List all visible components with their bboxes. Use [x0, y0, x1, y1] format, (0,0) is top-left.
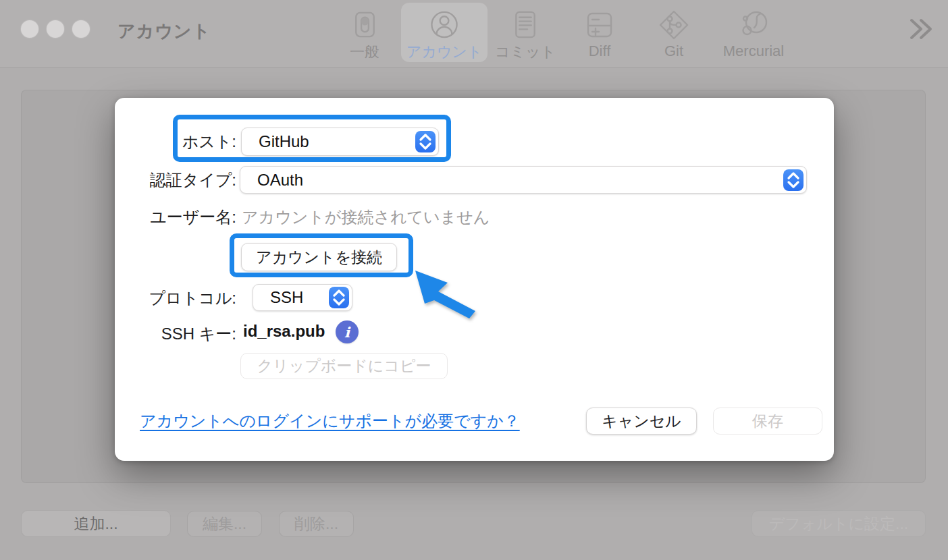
chevron-double-right-icon [907, 15, 934, 42]
ssh-key-value: id_rsa.pub [243, 322, 325, 341]
window-title: アカウント [117, 20, 211, 43]
tab-commit-label: コミット [495, 42, 556, 62]
host-dropdown-chevron-icon [415, 131, 436, 152]
general-icon [349, 9, 380, 40]
tab-accounts[interactable]: アカウント [401, 3, 488, 62]
auth-type-dropdown-value: OAuth [257, 171, 303, 190]
diff-icon [584, 9, 615, 40]
protocol-label: プロトコル: [115, 287, 236, 309]
host-dropdown[interactable]: GitHub [241, 128, 439, 156]
auth-type-label: 認証タイプ: [115, 169, 236, 191]
info-icon[interactable]: i [336, 320, 359, 343]
protocol-dropdown-chevron-icon [329, 287, 349, 308]
delete-account-button[interactable]: 削除... [279, 511, 354, 537]
copy-to-clipboard-button[interactable]: クリップボードにコピー [240, 353, 448, 379]
host-label: ホスト: [115, 131, 236, 152]
tab-general[interactable]: 一般 [334, 3, 395, 62]
tab-accounts-label: アカウント [406, 42, 483, 62]
commit-icon [510, 9, 541, 40]
close-window-button[interactable] [20, 20, 39, 38]
tab-diff-label: Diff [589, 43, 611, 60]
tab-git[interactable]: Git [643, 3, 704, 62]
login-help-link[interactable]: アカウントへのログインにサポートが必要ですか？ [140, 410, 520, 432]
auth-type-dropdown[interactable]: OAuth [240, 166, 807, 194]
username-label: ユーザー名: [115, 206, 236, 228]
git-icon [658, 9, 689, 40]
tab-mercurial-label: Mercurial [723, 43, 784, 60]
connect-account-button[interactable]: アカウントを接続 [241, 243, 397, 271]
edit-account-button[interactable]: 編集... [187, 511, 262, 537]
add-account-button[interactable]: 追加... [21, 510, 171, 537]
account-dialog: ホスト: GitHub 認証タイプ: OAuth ユーザー名: アカウントが接続… [115, 98, 834, 461]
accounts-icon [429, 9, 460, 40]
host-dropdown-value: GitHub [259, 132, 309, 151]
titlebar: アカウント 一般 アカウント [0, 0, 948, 68]
auth-type-dropdown-chevron-icon [783, 169, 804, 191]
set-default-button[interactable]: デフォルトに設定... [752, 510, 926, 537]
minimize-window-button[interactable] [46, 20, 65, 38]
protocol-dropdown[interactable]: SSH [253, 284, 352, 311]
mercurial-icon [738, 9, 769, 40]
protocol-dropdown-value: SSH [270, 288, 303, 307]
tab-git-label: Git [664, 43, 683, 60]
tab-general-label: 一般 [350, 42, 379, 62]
zoom-window-button[interactable] [72, 20, 90, 38]
tab-commit[interactable]: コミット [488, 3, 562, 62]
ssh-key-label: SSH キー: [115, 323, 236, 345]
tab-mercurial[interactable]: Mercurial [706, 3, 801, 62]
cancel-button[interactable]: キャンセル [586, 408, 697, 435]
tab-diff[interactable]: Diff [569, 3, 630, 62]
toolbar-overflow-button[interactable] [907, 15, 934, 45]
save-button[interactable]: 保存 [713, 408, 822, 435]
annotation-arrow-icon [398, 265, 490, 333]
username-value: アカウントが接続されていません [242, 206, 490, 228]
